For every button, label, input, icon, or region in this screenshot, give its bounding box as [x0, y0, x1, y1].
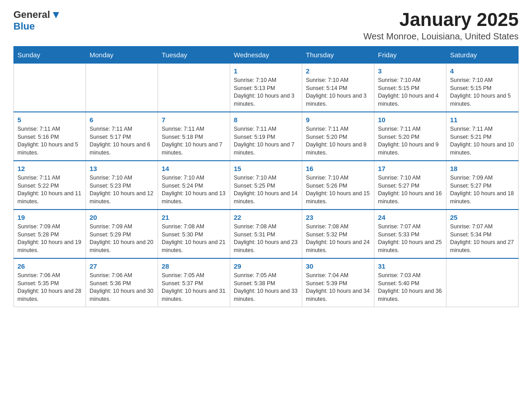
- calendar-week-row: 12Sunrise: 7:11 AM Sunset: 5:22 PM Dayli…: [14, 161, 519, 210]
- calendar-day-cell: 19Sunrise: 7:09 AM Sunset: 5:28 PM Dayli…: [14, 210, 86, 258]
- page-header: General Blue January 2025 West Monroe, L…: [13, 9, 519, 42]
- day-info: Sunrise: 7:11 AM Sunset: 5:21 PM Dayligh…: [450, 125, 515, 157]
- day-info: Sunrise: 7:10 AM Sunset: 5:15 PM Dayligh…: [378, 77, 442, 108]
- day-number: 1: [234, 67, 298, 75]
- calendar-day-cell: [158, 64, 230, 112]
- calendar-day-cell: 14Sunrise: 7:10 AM Sunset: 5:24 PM Dayli…: [158, 161, 230, 210]
- day-info: Sunrise: 7:10 AM Sunset: 5:24 PM Dayligh…: [162, 174, 226, 206]
- calendar-day-cell: 4Sunrise: 7:10 AM Sunset: 5:15 PM Daylig…: [446, 64, 519, 112]
- calendar-day-cell: 13Sunrise: 7:10 AM Sunset: 5:23 PM Dayli…: [86, 161, 158, 210]
- calendar-day-cell: 9Sunrise: 7:11 AM Sunset: 5:20 PM Daylig…: [302, 112, 374, 161]
- title-section: January 2025 West Monroe, Louisiana, Uni…: [364, 9, 519, 42]
- calendar-week-row: 19Sunrise: 7:09 AM Sunset: 5:28 PM Dayli…: [14, 210, 519, 258]
- calendar-day-cell: 12Sunrise: 7:11 AM Sunset: 5:22 PM Dayli…: [14, 161, 86, 210]
- day-info: Sunrise: 7:06 AM Sunset: 5:35 PM Dayligh…: [17, 272, 82, 303]
- day-number: 24: [378, 214, 442, 221]
- calendar-day-cell: 26Sunrise: 7:06 AM Sunset: 5:35 PM Dayli…: [14, 258, 86, 307]
- day-info: Sunrise: 7:10 AM Sunset: 5:14 PM Dayligh…: [306, 77, 370, 108]
- day-info: Sunrise: 7:08 AM Sunset: 5:32 PM Dayligh…: [306, 223, 370, 254]
- day-info: Sunrise: 7:03 AM Sunset: 5:40 PM Dayligh…: [378, 272, 442, 303]
- day-number: 26: [17, 262, 82, 270]
- day-info: Sunrise: 7:09 AM Sunset: 5:29 PM Dayligh…: [90, 223, 154, 254]
- day-info: Sunrise: 7:05 AM Sunset: 5:37 PM Dayligh…: [162, 272, 226, 303]
- calendar-day-cell: [446, 258, 519, 307]
- day-info: Sunrise: 7:10 AM Sunset: 5:15 PM Dayligh…: [450, 77, 515, 108]
- calendar-day-cell: 3Sunrise: 7:10 AM Sunset: 5:15 PM Daylig…: [374, 64, 446, 112]
- calendar-table: SundayMondayTuesdayWednesdayThursdayFrid…: [13, 46, 519, 307]
- calendar-day-header: Sunday: [14, 47, 86, 64]
- day-number: 25: [450, 214, 515, 221]
- day-info: Sunrise: 7:06 AM Sunset: 5:36 PM Dayligh…: [90, 272, 154, 303]
- logo-arrow-icon: [51, 10, 61, 20]
- calendar-day-cell: 18Sunrise: 7:09 AM Sunset: 5:27 PM Dayli…: [446, 161, 519, 210]
- day-number: 14: [162, 165, 226, 172]
- calendar-day-cell: 10Sunrise: 7:11 AM Sunset: 5:20 PM Dayli…: [374, 112, 446, 161]
- calendar-day-header: Tuesday: [158, 47, 230, 64]
- day-number: 6: [90, 116, 154, 124]
- calendar-day-cell: 20Sunrise: 7:09 AM Sunset: 5:29 PM Dayli…: [86, 210, 158, 258]
- day-info: Sunrise: 7:09 AM Sunset: 5:27 PM Dayligh…: [450, 174, 515, 206]
- day-info: Sunrise: 7:10 AM Sunset: 5:25 PM Dayligh…: [234, 174, 298, 206]
- day-number: 12: [17, 165, 82, 172]
- day-number: 11: [450, 116, 515, 124]
- day-number: 23: [306, 214, 370, 221]
- day-number: 22: [234, 214, 298, 221]
- calendar-day-cell: 7Sunrise: 7:11 AM Sunset: 5:18 PM Daylig…: [158, 112, 230, 161]
- day-number: 27: [90, 262, 154, 270]
- calendar-day-cell: 1Sunrise: 7:10 AM Sunset: 5:13 PM Daylig…: [230, 64, 302, 112]
- day-number: 7: [162, 116, 226, 124]
- day-number: 9: [306, 116, 370, 124]
- logo-general: General: [13, 9, 50, 21]
- calendar-day-cell: 2Sunrise: 7:10 AM Sunset: 5:14 PM Daylig…: [302, 64, 374, 112]
- calendar-header-row: SundayMondayTuesdayWednesdayThursdayFrid…: [14, 47, 519, 64]
- day-info: Sunrise: 7:11 AM Sunset: 5:20 PM Dayligh…: [306, 125, 370, 157]
- day-number: 3: [378, 67, 442, 75]
- calendar-day-cell: 17Sunrise: 7:10 AM Sunset: 5:27 PM Dayli…: [374, 161, 446, 210]
- calendar-day-cell: 16Sunrise: 7:10 AM Sunset: 5:26 PM Dayli…: [302, 161, 374, 210]
- logo-blue: Blue: [13, 21, 35, 32]
- day-info: Sunrise: 7:08 AM Sunset: 5:30 PM Dayligh…: [162, 223, 226, 254]
- day-info: Sunrise: 7:11 AM Sunset: 5:19 PM Dayligh…: [234, 125, 298, 157]
- day-number: 15: [234, 165, 298, 172]
- day-info: Sunrise: 7:05 AM Sunset: 5:38 PM Dayligh…: [234, 272, 298, 303]
- day-info: Sunrise: 7:09 AM Sunset: 5:28 PM Dayligh…: [17, 223, 82, 254]
- calendar-day-header: Wednesday: [230, 47, 302, 64]
- day-info: Sunrise: 7:10 AM Sunset: 5:23 PM Dayligh…: [90, 174, 154, 206]
- calendar-week-row: 26Sunrise: 7:06 AM Sunset: 5:35 PM Dayli…: [14, 258, 519, 307]
- calendar-subtitle: West Monroe, Louisiana, United States: [364, 31, 519, 42]
- day-info: Sunrise: 7:04 AM Sunset: 5:39 PM Dayligh…: [306, 272, 370, 303]
- calendar-day-cell: 21Sunrise: 7:08 AM Sunset: 5:30 PM Dayli…: [158, 210, 230, 258]
- calendar-day-cell: 5Sunrise: 7:11 AM Sunset: 5:16 PM Daylig…: [14, 112, 86, 161]
- calendar-day-cell: 27Sunrise: 7:06 AM Sunset: 5:36 PM Dayli…: [86, 258, 158, 307]
- day-info: Sunrise: 7:10 AM Sunset: 5:27 PM Dayligh…: [378, 174, 442, 206]
- day-number: 2: [306, 67, 370, 75]
- calendar-day-cell: 24Sunrise: 7:07 AM Sunset: 5:33 PM Dayli…: [374, 210, 446, 258]
- day-number: 28: [162, 262, 226, 270]
- calendar-day-cell: 15Sunrise: 7:10 AM Sunset: 5:25 PM Dayli…: [230, 161, 302, 210]
- day-number: 18: [450, 165, 515, 172]
- day-info: Sunrise: 7:07 AM Sunset: 5:34 PM Dayligh…: [450, 223, 515, 254]
- calendar-day-cell: [14, 64, 86, 112]
- day-info: Sunrise: 7:11 AM Sunset: 5:18 PM Dayligh…: [162, 125, 226, 157]
- calendar-day-cell: 8Sunrise: 7:11 AM Sunset: 5:19 PM Daylig…: [230, 112, 302, 161]
- day-info: Sunrise: 7:10 AM Sunset: 5:13 PM Dayligh…: [234, 77, 298, 108]
- calendar-day-cell: 11Sunrise: 7:11 AM Sunset: 5:21 PM Dayli…: [446, 112, 519, 161]
- calendar-day-header: Saturday: [446, 47, 519, 64]
- day-number: 8: [234, 116, 298, 124]
- logo: General Blue: [13, 9, 61, 32]
- day-info: Sunrise: 7:10 AM Sunset: 5:26 PM Dayligh…: [306, 174, 370, 206]
- day-number: 17: [378, 165, 442, 172]
- day-info: Sunrise: 7:11 AM Sunset: 5:17 PM Dayligh…: [90, 125, 154, 157]
- day-number: 4: [450, 67, 515, 75]
- calendar-day-cell: 6Sunrise: 7:11 AM Sunset: 5:17 PM Daylig…: [86, 112, 158, 161]
- day-number: 16: [306, 165, 370, 172]
- calendar-day-cell: 31Sunrise: 7:03 AM Sunset: 5:40 PM Dayli…: [374, 258, 446, 307]
- svg-marker-0: [53, 12, 59, 18]
- day-number: 31: [378, 262, 442, 270]
- day-number: 29: [234, 262, 298, 270]
- calendar-title: January 2025: [364, 9, 519, 30]
- calendar-day-cell: 23Sunrise: 7:08 AM Sunset: 5:32 PM Dayli…: [302, 210, 374, 258]
- calendar-week-row: 5Sunrise: 7:11 AM Sunset: 5:16 PM Daylig…: [14, 112, 519, 161]
- calendar-week-row: 1Sunrise: 7:10 AM Sunset: 5:13 PM Daylig…: [14, 64, 519, 112]
- day-info: Sunrise: 7:07 AM Sunset: 5:33 PM Dayligh…: [378, 223, 442, 254]
